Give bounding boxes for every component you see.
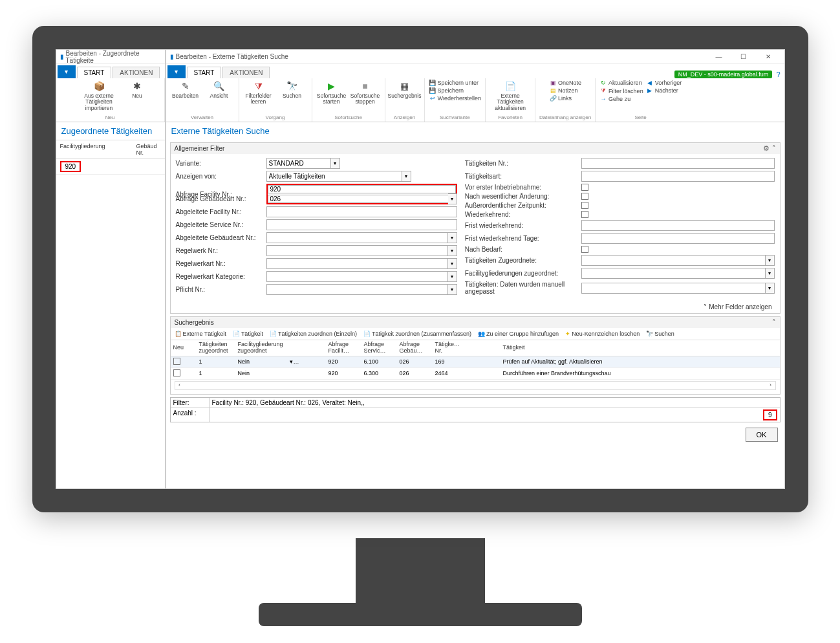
col-gebaeude[interactable]: Gebäud Nr. <box>133 140 165 158</box>
new-button[interactable]: ✱ Neu <box>127 80 147 99</box>
quicksearch-stop-button[interactable]: ■Sofortsuche stoppen <box>350 80 381 105</box>
taetigkeitsart-input[interactable] <box>581 171 775 182</box>
window-title-right: Bearbeiten - Externe Tätigkeiten Suche <box>176 53 288 60</box>
binoculars-icon-2: 🔭 <box>646 331 653 337</box>
refresh-button[interactable]: ↻Aktualisieren <box>599 80 642 86</box>
regelwerkart-kat-input[interactable] <box>266 271 448 282</box>
import-button[interactable]: 📦 Aus externe Tätigkeiten importieren <box>73 80 125 111</box>
save-as-button[interactable]: 💾Speichern unter <box>429 80 479 86</box>
cog-icon[interactable]: ⚙ <box>763 144 770 152</box>
wiederkehrend-checkbox[interactable] <box>581 211 588 218</box>
zugeordnete-input[interactable] <box>581 255 766 266</box>
abg-gebaudeart-dropdown[interactable]: ▾ <box>448 232 457 243</box>
goto-button[interactable]: →Gehe zu <box>599 96 630 102</box>
nach-bedarf-checkbox[interactable] <box>581 246 588 253</box>
tab-aktionen-left[interactable]: AKTIONEN <box>113 67 160 78</box>
restore-button[interactable]: ↩Wiederherstellen <box>429 95 482 102</box>
abg-gebaudeart-input[interactable] <box>266 232 448 243</box>
regelwerk-input[interactable] <box>266 245 448 256</box>
help-icon[interactable]: ? <box>776 71 780 78</box>
abg-service-input[interactable] <box>266 219 457 230</box>
table-row[interactable]: 1 Nein 920 6.300 026 2464 Durchführen ei… <box>171 368 780 380</box>
table-row[interactable]: 1 Nein ▾… 920 6.100 026 169 Prüfen auf A… <box>171 356 780 368</box>
taetigkeiten-nr-input[interactable] <box>581 158 775 169</box>
links-button[interactable]: 🔗Links <box>549 95 572 102</box>
file-menu-right[interactable]: ▾ <box>167 65 186 78</box>
variante-dropdown[interactable]: ▾ <box>331 158 340 169</box>
delete-new-flag-button[interactable]: ✦Neu-Kennzeichen löschen <box>565 331 640 337</box>
save-button[interactable]: 💾Speichern <box>429 87 464 94</box>
more-fields-toggle[interactable]: ˅ Mehr Felder anzeigen <box>171 301 780 313</box>
play-icon: ▶ <box>325 80 338 93</box>
window-left: ▮ Bearbeiten - Zugeordnete Tätigkeite ▾ … <box>56 49 166 489</box>
page-title-left: Zugeordnete Tätigkeiten <box>56 122 165 140</box>
search-button[interactable]: 🔭Suchen <box>277 80 308 99</box>
tab-start-left[interactable]: START <box>77 67 112 78</box>
manuell-dropdown[interactable]: ▾ <box>766 283 775 294</box>
row-checkbox[interactable] <box>173 358 180 365</box>
gebaudeart-dropdown[interactable]: ▾ <box>448 193 457 204</box>
minimize-button[interactable]: — <box>707 53 731 60</box>
tab-start-right[interactable]: START <box>187 67 222 78</box>
frist-wiederkehrend-input[interactable] <box>581 220 775 231</box>
pflicht-input[interactable] <box>266 284 448 295</box>
vor-erster-checkbox[interactable] <box>581 184 588 191</box>
collapse-result-icon[interactable]: ˄ <box>772 318 776 326</box>
clear-filters-button[interactable]: ⧩Filterfelder leeren <box>243 80 274 105</box>
maximize-button[interactable]: ☐ <box>731 53 756 60</box>
refresh-activities-button[interactable]: 📄Externe Tätigkeiten aktualisieren <box>490 80 531 111</box>
left-row-1[interactable]: 920 <box>56 159 165 175</box>
variante-input[interactable] <box>266 158 331 169</box>
manuell-input[interactable] <box>581 283 766 294</box>
externe-taetigkeit-button[interactable]: 📋Externe Tätigkeit <box>175 331 226 337</box>
next-button[interactable]: ▶Nächster <box>646 87 678 94</box>
abfrage-gebaudeart-input-hl[interactable] <box>268 195 456 203</box>
regelwerkart-input[interactable] <box>266 258 448 269</box>
facility-zugeordnet-dropdown[interactable]: ▾ <box>766 268 775 279</box>
ausserordentlicher-checkbox[interactable] <box>581 202 588 209</box>
filter-section: Allgemeiner Filter ⚙ ˄ Variante: ▾ Anzei… <box>170 142 781 314</box>
file-menu-left[interactable]: ▾ <box>58 65 76 78</box>
row-checkbox[interactable] <box>173 369 180 376</box>
regelwerkart-kat-dropdown[interactable]: ▾ <box>448 271 457 282</box>
view-button[interactable]: 🔍Ansicht <box>204 80 235 99</box>
onenote-button[interactable]: ▣OneNote <box>549 80 581 86</box>
abfrage-facility-input[interactable] <box>268 185 456 193</box>
horizontal-scrollbar[interactable]: ‹ › <box>175 381 776 390</box>
pflicht-dropdown[interactable]: ▾ <box>448 284 457 295</box>
ok-button[interactable]: OK <box>746 428 778 442</box>
prev-icon: ◀ <box>646 80 654 86</box>
taetigkeit-button[interactable]: 📄Tätigkeit <box>233 331 263 337</box>
clear-filter-button[interactable]: ⧩Filter löschen <box>599 87 643 94</box>
abg-facility-input[interactable] <box>266 206 457 217</box>
tab-aktionen-right[interactable]: AKTIONEN <box>222 67 270 78</box>
anzeigen-input[interactable] <box>266 171 402 182</box>
result-search-button[interactable]: 🔭Suchen <box>646 331 674 337</box>
window-right: ▮ Bearbeiten - Externe Tätigkeiten Suche… <box>166 49 785 489</box>
assign-combined-button[interactable]: 📄Tätigkeit zuordnen (Zusammenfassen) <box>363 331 471 337</box>
edit-button[interactable]: ✎Bearbeiten <box>170 80 201 99</box>
assign-single-button[interactable]: 📄Tätigkeiten zuordnen (Einzeln) <box>270 331 357 337</box>
collapse-icon[interactable]: ˄ <box>772 144 776 152</box>
scroll-left-icon[interactable]: ‹ <box>175 382 184 389</box>
previous-button[interactable]: ◀Vorheriger <box>646 80 682 86</box>
group-label-neu: Neu <box>105 114 115 120</box>
quicksearch-start-button[interactable]: ▶Sofortsuche starten <box>316 80 347 105</box>
footer-summary: Filter: Facility Nr.: 920, Gebäudeart Nr… <box>170 397 781 422</box>
tab-bar-right: ▾ START AKTIONEN NM_DEV - s00-madeira.gl… <box>166 64 784 78</box>
titlebar-left: ▮ Bearbeiten - Zugeordnete Tätigkeite <box>56 50 165 64</box>
col-facility[interactable]: Facilitygliederung <box>56 140 133 158</box>
result-button[interactable]: ▦Suchergebnis <box>389 80 420 99</box>
zugeordnete-dropdown[interactable]: ▾ <box>766 255 775 266</box>
nach-wesentlicher-checkbox[interactable] <box>581 193 588 200</box>
regelwerkart-dropdown[interactable]: ▾ <box>448 258 457 269</box>
result-toolbar: 📋Externe Tätigkeit 📄Tätigkeit 📄Tätigkeit… <box>171 328 780 340</box>
scroll-right-icon[interactable]: › <box>766 382 775 389</box>
anzeigen-dropdown[interactable]: ▾ <box>402 171 411 182</box>
facility-zugeordnet-input[interactable] <box>581 268 766 279</box>
notes-button[interactable]: ▤Notizen <box>549 87 578 94</box>
close-button[interactable]: ✕ <box>756 53 781 60</box>
frist-tage-input[interactable] <box>581 233 775 244</box>
regelwerk-dropdown[interactable]: ▾ <box>448 245 457 256</box>
add-to-group-button[interactable]: 👥Zu einer Gruppe hinzufügen <box>478 331 559 337</box>
